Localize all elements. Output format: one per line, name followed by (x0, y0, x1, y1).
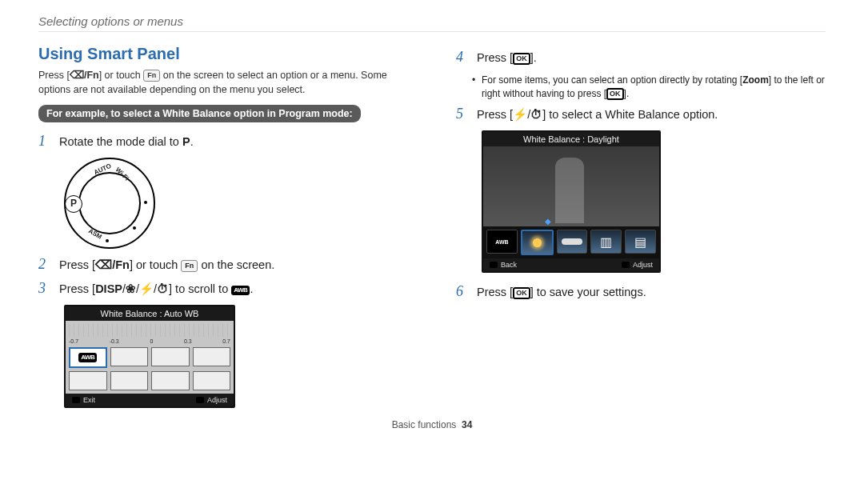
trash-fn-glyph-2: ⌫/Fn (95, 258, 130, 271)
step-2-number: 2 (38, 257, 50, 274)
awb-glyph: AWB (231, 286, 250, 295)
step-2: 2 Press [⌫/Fn] or touch Fn on the screen… (38, 257, 408, 274)
mode-p-letter: P (182, 135, 190, 148)
step-5-number: 5 (456, 106, 467, 124)
wb-tile-daylight (521, 230, 554, 255)
panel-cell-8: ▤ (193, 371, 231, 390)
fn-key-chip: Fn (143, 70, 160, 82)
panel-cell-awb: AWB (69, 347, 107, 368)
smart-panel-title: White Balance : Auto WB (66, 306, 234, 321)
step-6-b: ] to save your settings. (530, 286, 646, 298)
step-2-c: on the screen. (198, 258, 274, 271)
section-title: Using Smart Panel (38, 45, 408, 63)
ok-glyph-3: OK (513, 287, 530, 299)
step-5: 5 Press [⚡/⏱] to select a White Balance … (456, 106, 826, 124)
step-4-b: ]. (530, 51, 537, 64)
step-4-a: Press [ (477, 51, 513, 64)
step-3: 3 Press [DISP/❀/⚡/⏱] to scroll to AWB. (38, 281, 408, 298)
intro-text: Press [⌫/Fn] or touch Fn on the screen t… (38, 68, 408, 97)
panel-exit: Exit (72, 396, 95, 404)
wb-tile-fluorescent-h: ▥ (590, 230, 622, 254)
step-5-a: Press [ (477, 108, 513, 121)
step-4: 4 Press [OK]. (456, 50, 826, 67)
footer-section: Basic functions (392, 419, 457, 430)
step-3-a: Press [ (59, 282, 95, 295)
wb-adjust: Adjust (622, 261, 653, 269)
panel-cell-drive: ▣ (193, 347, 231, 366)
step-1: 1 Rotate the mode dial to P. (38, 134, 408, 151)
panel-cell-7: ◇ (151, 371, 190, 390)
dial-p-position: P (65, 195, 82, 213)
step-6-a: Press [ (477, 286, 513, 298)
mode-dial-figure: P AUTO Wi-Fi ASM (64, 158, 408, 249)
step-3-b: ] to scroll to (169, 282, 231, 295)
timer-icon: ⏱ (157, 282, 169, 295)
step-4-number: 4 (456, 50, 467, 67)
step-4-sub-a: For some items, you can select an option… (482, 74, 742, 86)
left-column: Using Smart Panel Press [⌫/Fn] or touch … (38, 45, 408, 411)
wb-tile-cloudy (557, 230, 588, 254)
step-6-number: 6 (456, 284, 467, 302)
step-2-b: ] or touch (130, 258, 181, 271)
panel-cell-focus: [▪] (151, 347, 190, 366)
panel-cell-iso: ▦ (110, 347, 149, 366)
wb-option-screen: White Balance : Daylight ◆ AWB ▥ ▤ Back … (482, 130, 661, 273)
footer-page-number: 34 (462, 419, 472, 430)
step-6: 6 Press [OK] to save your settings. (456, 284, 826, 302)
smart-panel-grid: AWB ▦ [▪] ▣ ◧ ◎ ◇ ▤ (69, 347, 230, 390)
macro-icon: ❀ (126, 282, 136, 295)
trash-fn-glyph: ⌫/Fn (70, 70, 99, 81)
step-3-c: . (250, 282, 253, 295)
intro-frag-a: Press [ (38, 70, 70, 81)
fn-key-chip-2: Fn (181, 260, 198, 272)
ok-glyph-2: OK (606, 88, 624, 100)
panel-cell-6: ◎ (110, 371, 149, 390)
wb-option-title: White Balance : Daylight (483, 132, 659, 146)
timer-icon-2: ⏱ (530, 108, 542, 121)
step-2-a: Press [ (59, 258, 95, 271)
step-4-note: For some items, you can select an option… (482, 74, 826, 101)
disp-label: DISP (95, 282, 122, 295)
zoom-label: Zoom (742, 74, 769, 86)
exposure-scale-labels: -0.7 -0.3 0 0.3 0.7 (69, 338, 230, 344)
smart-panel-screen: White Balance : Auto WB -0.7 -0.3 0 0.3 … (64, 305, 235, 408)
breadcrumb: Selecting options or menus (38, 14, 826, 32)
page-footer: Basic functions 34 (38, 419, 826, 430)
example-callout: For example, to select a White Balance o… (38, 105, 361, 122)
step-5-b: ] to select a White Balance option. (542, 108, 718, 121)
intro-frag-b: ] or touch (99, 70, 144, 81)
flash-icon-2: ⚡ (513, 108, 527, 121)
wb-tile-fluorescent-l: ▤ (625, 230, 656, 254)
step-4-sub-c: ]. (624, 88, 630, 99)
step-3-number: 3 (38, 281, 50, 298)
right-column: 4 Press [OK]. For some items, you can se… (456, 45, 826, 411)
panel-adjust: Adjust (196, 396, 227, 404)
wb-back: Back (490, 261, 517, 269)
step-1-a: Rotate the mode dial to (59, 135, 182, 148)
step-1-number: 1 (38, 134, 50, 151)
exposure-scale (69, 324, 230, 337)
panel-cell-5: ◧ (69, 371, 107, 390)
flash-icon: ⚡ (139, 282, 154, 295)
ok-glyph-1: OK (513, 53, 530, 65)
selection-pointer-icon: ◆ (545, 217, 551, 226)
wb-preview-scene: ◆ (483, 146, 659, 226)
wb-tile-auto: AWB (486, 230, 518, 254)
wb-options-row: AWB ▥ ▤ (483, 226, 659, 258)
step-1-c: . (190, 135, 194, 148)
